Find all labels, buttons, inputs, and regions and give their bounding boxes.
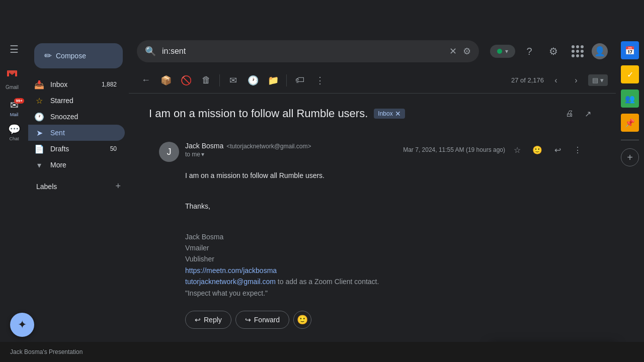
move-button[interactable]: 📁 (264, 71, 282, 89)
sender-email: <tutorjacknetwork@gmail.com> (226, 143, 311, 150)
star-message-button[interactable]: ☆ (509, 142, 525, 158)
sig-name: Jack Bosma (185, 231, 586, 242)
emoji-react-button[interactable]: 🙂 (529, 142, 545, 158)
status-pill[interactable]: ▾ (490, 45, 515, 58)
sidebar-item-sent[interactable]: ➤ Sent (28, 125, 125, 141)
inbox-count: 1,882 (102, 81, 117, 88)
fab-button[interactable]: ✦ (10, 313, 34, 337)
taskbar-item: Jack Bosma's Presentation (6, 346, 87, 357)
header-right: ▾ ? ⚙ 👤 (490, 41, 608, 61)
view-toggle-button[interactable]: ▤ ▾ (588, 74, 608, 86)
contacts-app-icon[interactable]: 👥 (621, 89, 639, 108)
email-subject-row: I am on a mission to follow all Rumble u… (149, 106, 596, 122)
label-button[interactable]: 🏷 (291, 71, 309, 89)
report-spam-button[interactable]: 🚫 (177, 71, 195, 89)
snooze-button[interactable]: 🕐 (244, 71, 262, 89)
gmail-label: Gmail (6, 84, 19, 90)
mail-badge: 99+ (14, 98, 24, 104)
reply-inline-button[interactable]: ↩ (549, 142, 566, 158)
email-toolbar: ← 📦 🚫 🗑 ✉ 🕐 📁 (129, 67, 616, 94)
external-link-icon: ↗ (585, 109, 591, 119)
keep-app-icon[interactable]: 📌 (621, 114, 639, 132)
sidebar-item-drafts[interactable]: 📄 Drafts 50 (28, 141, 125, 157)
forward-button[interactable]: ↪ Forward (235, 311, 289, 329)
inbox-tag-text: Inbox (378, 110, 392, 117)
hamburger-icon: ☰ (10, 43, 19, 55)
snoozed-icon: 🕐 (34, 112, 44, 122)
next-icon: › (575, 76, 577, 85)
search-filter-button[interactable]: ⚙ (463, 46, 471, 57)
archive-button[interactable]: 📦 (157, 71, 175, 89)
inbox-icon: 📥 (34, 80, 44, 89)
add-app-icon: + (627, 152, 633, 163)
back-button[interactable]: ← (137, 71, 155, 89)
more-actions-button[interactable]: ⋮ (311, 71, 329, 89)
open-external-button[interactable]: ↗ (580, 106, 596, 122)
sig-title1: Vmailer (185, 242, 586, 253)
gmail-g-icon (4, 65, 20, 81)
labels-section: Labels + (28, 177, 129, 196)
settings-icon: ⚙ (549, 45, 558, 57)
tasks-app-icon[interactable]: ✓ (621, 65, 639, 83)
emoji-reaction-button[interactable]: 🙂 (293, 311, 311, 329)
contacts-icon: 👥 (625, 94, 635, 104)
menu-button[interactable]: ☰ (4, 39, 24, 59)
search-input[interactable] (162, 47, 443, 56)
sidebar-item-more[interactable]: ▾ More (28, 157, 125, 173)
emoji-icon: 🙂 (532, 145, 542, 155)
view-icon: ▤ (592, 76, 598, 84)
delete-button[interactable]: 🗑 (197, 71, 215, 89)
calendar-app-icon[interactable]: 📅 (621, 41, 639, 59)
more-message-button[interactable]: ⋮ (570, 142, 586, 158)
add-label-button[interactable]: + (115, 181, 121, 192)
status-chevron-icon: ▾ (505, 48, 508, 55)
print-button[interactable]: 🖨 (561, 106, 578, 122)
sidebar-item-inbox[interactable]: 📥 Inbox 1,882 (28, 76, 125, 93)
help-button[interactable]: ? (519, 41, 539, 61)
reply-arrow-icon: ↩ (195, 316, 201, 324)
to-me-text: to me (185, 151, 200, 158)
inbox-tag: Inbox ✕ (374, 109, 405, 119)
avatar-icon: 👤 (594, 46, 605, 57)
archive-icon: 📦 (160, 75, 172, 86)
add-app-button[interactable]: + (621, 148, 639, 166)
prev-icon: ‹ (554, 76, 557, 85)
gmail-logo: Gmail (4, 65, 20, 90)
reply-button[interactable]: ↩ Reply (185, 311, 231, 329)
header: 🔍 ✕ ⚙ ▾ ? ⚙ (129, 35, 616, 67)
reply-inline-icon: ↩ (554, 145, 561, 155)
compose-pencil-icon: ✏ (44, 50, 52, 61)
account-avatar[interactable]: 👤 (592, 43, 608, 59)
mark-unread-button[interactable]: ✉ (224, 71, 242, 89)
starred-icon: ☆ (34, 96, 44, 106)
to-me-toggle[interactable]: to me ▾ (185, 151, 397, 158)
inbox-tag-remove[interactable]: ✕ (395, 110, 401, 118)
star-icon: ☆ (514, 145, 521, 155)
right-rail: 📅 ✓ 👥 📌 + › (616, 35, 644, 362)
more-chevron-icon: ▾ (34, 160, 44, 170)
message-meta: Mar 7, 2024, 11:55 AM (19 hours ago) ☆ 🙂… (403, 142, 586, 158)
sidebar-item-snoozed[interactable]: 🕐 Snoozed (28, 109, 125, 125)
chat-icon-label: Chat (9, 136, 19, 141)
drafts-icon: 📄 (34, 144, 44, 154)
settings-button[interactable]: ⚙ (543, 41, 564, 61)
search-bar[interactable]: 🔍 ✕ ⚙ (137, 40, 479, 62)
email-signature: Jack Bosma Vmailer Vublisher https://mee… (185, 231, 586, 299)
apps-grid-icon (572, 45, 584, 57)
prev-email-button[interactable]: ‹ (548, 72, 564, 88)
status-dot (497, 49, 502, 54)
chat-nav-icon[interactable]: 💬 Chat (4, 122, 24, 142)
help-icon: ? (526, 46, 532, 57)
body-spacer (185, 185, 586, 196)
sig-link2[interactable]: tutorjacknetwork@gmail.com (185, 278, 276, 286)
mark-unread-icon: ✉ (229, 75, 237, 86)
toolbar-sep-1 (219, 74, 220, 86)
sig-spacer (185, 216, 586, 227)
mail-nav-icon[interactable]: ✉ 99+ Mail (4, 98, 24, 118)
sidebar-item-starred[interactable]: ☆ Starred (28, 93, 125, 109)
search-clear-button[interactable]: ✕ (449, 46, 457, 57)
sig-link1[interactable]: https://meetn.com/jackbosma (185, 266, 277, 275)
next-email-button[interactable]: › (568, 72, 584, 88)
apps-button[interactable] (568, 41, 588, 61)
compose-button[interactable]: ✏ Compose (34, 43, 123, 68)
